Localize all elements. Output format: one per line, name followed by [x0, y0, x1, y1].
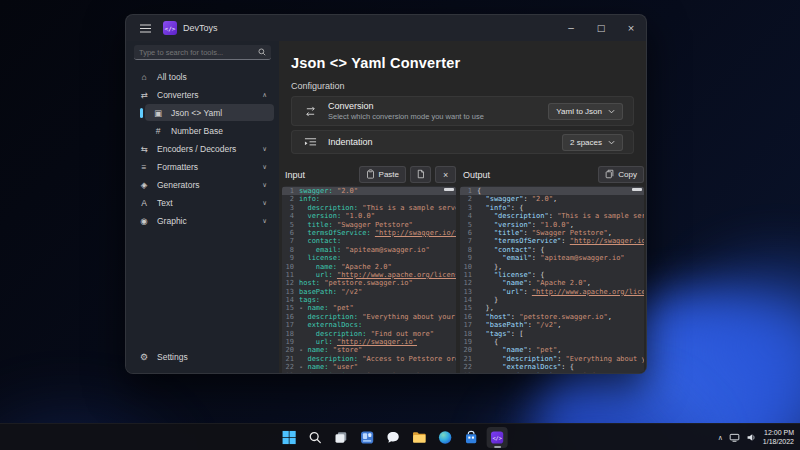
taskbar-start-button[interactable] [279, 427, 300, 448]
code-line[interactable]: 11 url: "http://www.apache.org/licenses/… [282, 271, 456, 279]
code-line[interactable]: 20 "name": "pet", [460, 346, 644, 354]
sidebar-item-formatters[interactable]: ≡Formatters∨ [131, 158, 274, 175]
code-line[interactable]: 18 description: "Find out more" [282, 330, 456, 338]
hamburger-menu-icon[interactable] [135, 19, 155, 37]
code-line[interactable]: 11 "license": { [460, 271, 644, 279]
clear-button[interactable]: × [435, 166, 456, 183]
code-line[interactable]: 8 "contact": { [460, 246, 644, 254]
volume-icon[interactable] [746, 432, 757, 443]
code-line[interactable]: 2 "swagger": "2.0", [460, 195, 644, 203]
line-number: 15 [282, 304, 299, 312]
chevron-down-icon: ∨ [262, 145, 267, 153]
line-content: } [477, 296, 644, 304]
code-line[interactable]: 17 externalDocs: [282, 321, 456, 329]
paste-button[interactable]: Paste [359, 166, 406, 183]
close-button[interactable]: × [616, 15, 646, 41]
code-line[interactable]: 9 "email": "apiteam@swagger.io" [460, 254, 644, 262]
code-line[interactable]: 21 description: "Access to Petstore orde… [282, 355, 456, 363]
code-line[interactable]: 17 "basePath": "/v2", [460, 321, 644, 329]
taskbar-edge-button[interactable] [435, 427, 456, 448]
code-line[interactable]: 1{ [460, 187, 644, 195]
line-content: }, [477, 263, 644, 271]
code-line[interactable]: 12host: "petstore.swagger.io" [282, 279, 456, 287]
code-line[interactable]: 14tags: [282, 296, 456, 304]
conversion-mode-dropdown[interactable]: Yaml to Json [548, 103, 623, 120]
sidebar-item-text[interactable]: AText∨ [131, 194, 274, 211]
sidebar-item-encoders-decoders[interactable]: ⇆Encoders / Decoders∨ [131, 140, 274, 157]
open-file-button[interactable] [410, 166, 431, 183]
scrollbar-thumb[interactable] [444, 188, 454, 191]
code-line[interactable]: 20- name: "store" [282, 346, 456, 354]
code-line[interactable]: 4 "description": "This is a sample serve… [460, 212, 644, 220]
code-line[interactable]: 15 }, [460, 304, 644, 312]
minimize-button[interactable]: − [556, 15, 586, 41]
code-line[interactable]: 18 "tags": [ [460, 330, 644, 338]
sidebar-item-all-tools[interactable]: ⌂All tools [131, 68, 274, 85]
taskbar-chat-button[interactable] [383, 427, 404, 448]
code-line[interactable]: 5 title: "Swagger Petstore" [282, 221, 456, 229]
code-line[interactable]: 5 "version": "1.0.0", [460, 221, 644, 229]
sidebar-item-graphic[interactable]: ◉Graphic∨ [131, 212, 274, 229]
code-line[interactable]: 19 url: "http://swagger.io" [282, 338, 456, 346]
encoders-icon: ⇆ [138, 144, 150, 154]
code-line[interactable]: 2info: [282, 195, 456, 203]
line-number: 17 [460, 321, 477, 329]
code-line[interactable]: 6 "title": "Swagger Petstore", [460, 229, 644, 237]
sidebar-item-json-yaml[interactable]: ▣Json <> Yaml [145, 104, 274, 121]
search-input[interactable] [139, 48, 258, 57]
code-line[interactable]: 3 "info": { [460, 204, 644, 212]
sidebar-item-converters[interactable]: ⇄Converters∧ [131, 86, 274, 103]
tray-chevron-up-icon[interactable]: ∧ [718, 434, 723, 442]
taskbar-clock[interactable]: 12:00 PM 1/18/2022 [763, 429, 794, 446]
code-line[interactable]: 14 } [460, 296, 644, 304]
copy-button[interactable]: Copy [598, 166, 644, 183]
sidebar-item-settings[interactable]: ⚙ Settings [131, 347, 274, 367]
output-label: Output [463, 170, 490, 180]
network-icon[interactable] [729, 432, 740, 443]
code-line[interactable]: 9 license: [282, 254, 456, 262]
code-line[interactable]: 22 "externalDocs": { [460, 363, 644, 371]
clock-date: 1/18/2022 [763, 438, 794, 447]
code-line[interactable]: 1swagger: "2.0" [282, 187, 456, 195]
code-line[interactable]: 23 "description": "Find out more", [460, 372, 644, 373]
sidebar-item-generators[interactable]: ◈Generators∨ [131, 176, 274, 193]
maximize-button[interactable]: □ [586, 15, 616, 41]
code-line[interactable]: 21 "description": "Everything about your… [460, 355, 644, 363]
scrollbar-thumb[interactable] [632, 188, 642, 191]
code-line[interactable]: 6 termsOfService: "http://swagger.io/ter… [282, 229, 456, 237]
code-line[interactable]: 7 "termsOfService": "http://swagger.io/t… [460, 237, 644, 245]
output-editor[interactable]: 1{2 "swagger": "2.0",3 "info": {4 "descr… [460, 186, 644, 373]
copy-icon [605, 169, 614, 181]
taskbar-store-button[interactable] [461, 427, 482, 448]
code-line[interactable]: 8 email: "apiteam@swagger.io" [282, 246, 456, 254]
line-number: 8 [282, 246, 299, 254]
window-controls: − □ × [556, 15, 646, 41]
code-line[interactable]: 23 description: "Operations about user" [282, 372, 456, 373]
search-box[interactable] [134, 45, 271, 60]
taskbar-widgets-button[interactable] [357, 427, 378, 448]
title-bar[interactable]: </> DevToys − □ × [126, 15, 646, 41]
code-line[interactable]: 15- name: "pet" [282, 304, 456, 312]
indentation-dropdown[interactable]: 2 spaces [562, 134, 623, 151]
code-line[interactable]: 19 { [460, 338, 644, 346]
line-content: swagger: "2.0" [299, 187, 456, 195]
line-number: 1 [282, 187, 299, 195]
code-line[interactable]: 13 "url": "http://www.apache.org/license… [460, 288, 644, 296]
search-icon[interactable] [258, 48, 266, 56]
code-line[interactable]: 7 contact: [282, 237, 456, 245]
code-line[interactable]: 10 name: "Apache 2.0" [282, 263, 456, 271]
input-editor[interactable]: 1swagger: "2.0"2info:3 description: "Thi… [282, 186, 456, 373]
taskbar-search-button[interactable] [305, 427, 326, 448]
code-line[interactable]: 12 "name": "Apache 2.0", [460, 279, 644, 287]
taskbar-task-view-button[interactable] [331, 427, 352, 448]
taskbar-devtoys-button[interactable]: </> [487, 427, 508, 448]
code-line[interactable]: 13basePath: "/v2" [282, 288, 456, 296]
sidebar-item-number-base[interactable]: #Number Base [145, 122, 274, 139]
code-line[interactable]: 3 description: "This is a sample server … [282, 204, 456, 212]
code-line[interactable]: 10 }, [460, 263, 644, 271]
code-line[interactable]: 4 version: "1.0.0" [282, 212, 456, 220]
taskbar-file-explorer-button[interactable] [409, 427, 430, 448]
code-line[interactable]: 16 description: "Everything about your P… [282, 313, 456, 321]
code-line[interactable]: 22- name: "user" [282, 363, 456, 371]
code-line[interactable]: 16 "host": "petstore.swagger.io", [460, 313, 644, 321]
